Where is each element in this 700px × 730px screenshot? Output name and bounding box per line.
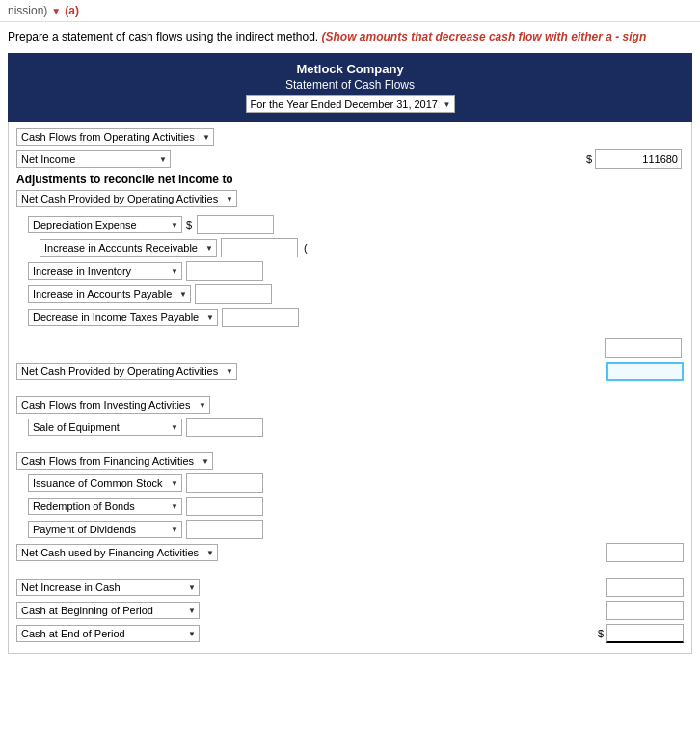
- redemption-bonds-input[interactable]: [186, 497, 263, 516]
- subtotal-input[interactable]: [605, 338, 682, 358]
- subtotal-row: [16, 338, 684, 358]
- nav-text: nission): [8, 4, 47, 17]
- section-label: (a): [65, 4, 79, 17]
- sale-equipment-input[interactable]: [186, 418, 263, 437]
- net-increase-cash-input[interactable]: [606, 578, 684, 597]
- investing-activities-header-row: Cash Flows from Investing Activities: [16, 396, 684, 414]
- company-name: Metlock Company: [13, 62, 687, 76]
- sale-equipment-row: Sale of Equipment: [28, 418, 684, 437]
- issuance-stock-select[interactable]: Issuance of Common Stock: [28, 474, 182, 492]
- cash-end-select[interactable]: Cash at End of Period: [16, 625, 200, 642]
- sale-equipment-select[interactable]: Sale of Equipment: [28, 419, 182, 436]
- payment-dividends-select[interactable]: Payment of Dividends: [28, 521, 182, 538]
- adjustments-label: Adjustments to reconcile net income to: [16, 173, 684, 186]
- net-cash-operating-input[interactable]: [606, 362, 684, 381]
- payment-dividends-input[interactable]: [186, 520, 263, 539]
- increase-inventory-row: Increase in Inventory: [28, 261, 684, 281]
- period-select[interactable]: For the Year Ended December 31, 2017: [246, 95, 455, 113]
- net-income-row: Net Income $: [16, 149, 684, 169]
- cash-end-row: Cash at End of Period $: [16, 624, 684, 643]
- redemption-bonds-select[interactable]: Redemption of Bonds: [28, 498, 182, 515]
- net-cash-financing-select[interactable]: Net Cash used by Financing Activities: [16, 544, 218, 561]
- increase-ap-select[interactable]: Increase in Accounts Payable: [28, 285, 191, 303]
- issuance-stock-row: Issuance of Common Stock: [28, 473, 684, 493]
- increase-ar-row: Increase in Accounts Receivable (: [40, 238, 684, 257]
- net-cash-financing-row: Net Cash used by Financing Activities: [16, 543, 684, 562]
- redemption-bonds-row: Redemption of Bonds: [28, 497, 684, 516]
- cash-beginning-input[interactable]: [606, 601, 684, 620]
- depreciation-row: Depreciation Expense $: [28, 215, 684, 234]
- financing-activities-select[interactable]: Cash Flows from Financing Activities: [16, 452, 213, 470]
- increase-inventory-input[interactable]: [186, 261, 263, 281]
- issuance-stock-input[interactable]: [186, 473, 263, 493]
- increase-ap-input[interactable]: [195, 284, 272, 304]
- section-arrow: ▼: [51, 6, 61, 16]
- operating-activities-select[interactable]: Cash Flows from Operating Activities: [16, 128, 214, 146]
- paren-note-ar: (: [304, 242, 308, 254]
- company-header: Metlock Company Statement of Cash Flows …: [8, 53, 692, 122]
- net-income-select[interactable]: Net Income: [16, 150, 171, 168]
- decrease-tax-row: Decrease in Income Taxes Payable: [28, 308, 684, 327]
- depreciation-dollar: $: [186, 219, 192, 230]
- net-increase-cash-select[interactable]: Net Increase in Cash: [16, 579, 200, 596]
- increase-inventory-select[interactable]: Increase in Inventory: [28, 262, 182, 280]
- investing-activities-select[interactable]: Cash Flows from Investing Activities: [16, 396, 210, 414]
- adjustments-sub-header-row: Net Cash Provided by Operating Activitie…: [16, 190, 684, 207]
- net-increase-cash-row: Net Increase in Cash: [16, 578, 684, 597]
- increase-ap-row: Increase in Accounts Payable: [28, 284, 684, 304]
- depreciation-select[interactable]: Depreciation Expense: [28, 216, 182, 233]
- increase-ar-select[interactable]: Increase in Accounts Receivable: [40, 239, 217, 257]
- financing-activities-header-row: Cash Flows from Financing Activities: [16, 452, 684, 470]
- net-cash-operating-select[interactable]: Net Cash Provided by Operating Activitie…: [16, 363, 237, 380]
- cash-beginning-select[interactable]: Cash at Beginning of Period: [16, 602, 200, 619]
- net-cash-operating-row: Net Cash Provided by Operating Activitie…: [16, 362, 684, 381]
- cash-beginning-row: Cash at Beginning of Period: [16, 601, 684, 620]
- instruction-text: Prepare a statement of cash flows using …: [0, 22, 700, 53]
- cash-end-input[interactable]: [606, 624, 684, 643]
- increase-ar-input[interactable]: [221, 238, 298, 257]
- adjustments-sub-header-select[interactable]: Net Cash Provided by Operating Activitie…: [16, 190, 237, 207]
- cash-flow-form: Cash Flows from Operating Activities Net…: [8, 122, 692, 654]
- decrease-tax-input[interactable]: [222, 308, 299, 327]
- operating-activities-header-row: Cash Flows from Operating Activities: [16, 128, 684, 146]
- depreciation-input[interactable]: [197, 215, 274, 234]
- cash-end-dollar: $: [598, 628, 604, 639]
- net-income-dollar: $: [586, 153, 592, 165]
- payment-dividends-row: Payment of Dividends: [28, 520, 684, 539]
- net-income-input[interactable]: [595, 149, 682, 169]
- net-cash-financing-input[interactable]: [606, 543, 684, 562]
- statement-title: Statement of Cash Flows: [13, 78, 687, 92]
- decrease-tax-select[interactable]: Decrease in Income Taxes Payable: [28, 309, 218, 326]
